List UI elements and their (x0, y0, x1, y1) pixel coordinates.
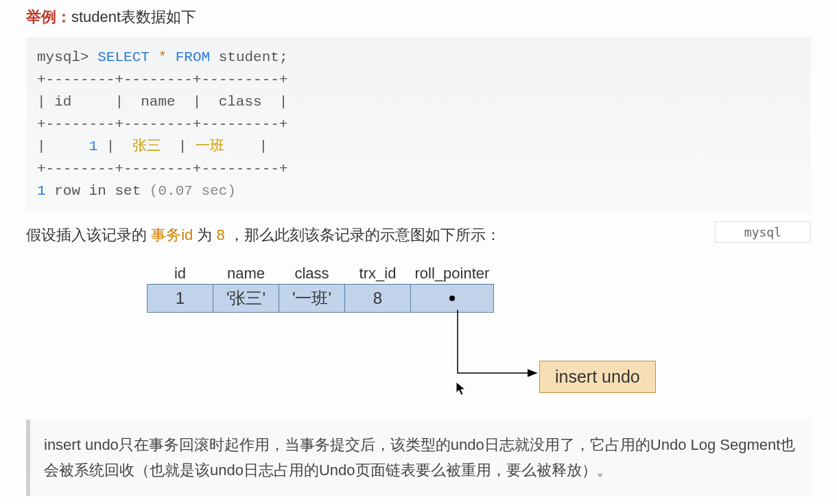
cell-class: '一班' (279, 284, 345, 312)
code-lang-tag: mysql (715, 221, 811, 243)
cell-id: 1 (148, 284, 213, 312)
txid-label: 事务id (151, 226, 193, 243)
paragraph: 假设插入该记录的 事务id 为 8 ，那么此刻该条记录的示意图如下所示： (26, 225, 811, 245)
txid-value: 8 (216, 226, 224, 243)
cell-rollpointer (411, 284, 494, 312)
col-rollpointer: roll_pointer (411, 263, 494, 285)
pointer-dot (449, 296, 455, 301)
record-table: id name class trx_id roll_pointer 1 '张三'… (147, 263, 494, 313)
cell-trxid: 8 (345, 284, 411, 312)
insert-undo-box: insert undo (539, 361, 656, 393)
record-diagram: id name class trx_id roll_pointer 1 '张三'… (137, 263, 700, 400)
note-blockquote: insert undo只在事务回滚时起作用，当事务提交后，该类型的undo日志就… (26, 420, 811, 496)
col-name: name (213, 263, 279, 285)
col-class: class (279, 263, 345, 285)
heading-label: 举例： (26, 8, 71, 25)
pointer-arrow (453, 310, 549, 385)
cell-name: '张三' (213, 284, 279, 312)
mysql-code-block: mysql> SELECT * FROM student; +--------+… (26, 37, 811, 213)
heading-tail: student表数据如下 (71, 8, 196, 25)
mouse-cursor-icon (456, 381, 467, 400)
section-heading: 举例：student表数据如下 (26, 7, 811, 27)
col-id: id (148, 263, 213, 285)
col-trxid: trx_id (345, 263, 411, 285)
